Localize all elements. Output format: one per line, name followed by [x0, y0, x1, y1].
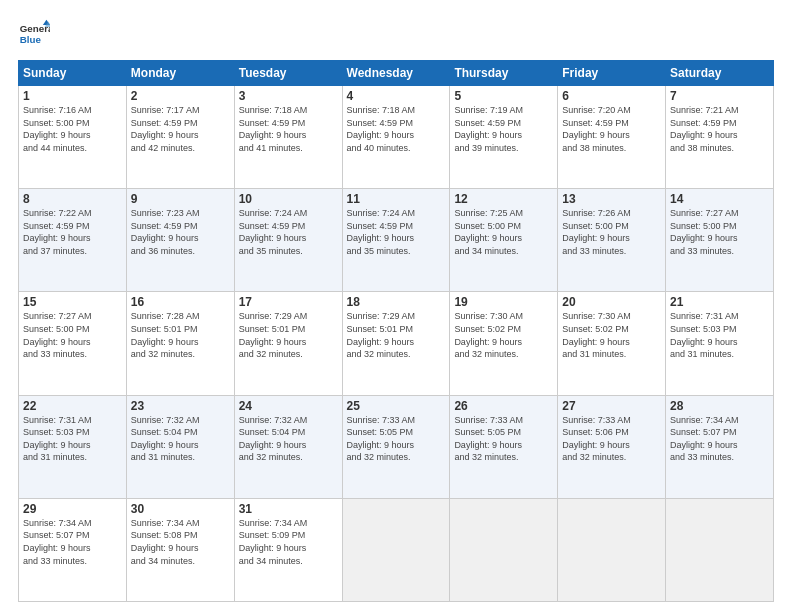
calendar-cell: 7 Sunrise: 7:21 AMSunset: 4:59 PMDayligh… [666, 86, 774, 189]
day-number: 22 [23, 399, 122, 413]
svg-text:Blue: Blue [20, 34, 42, 45]
day-info: Sunrise: 7:34 AMSunset: 5:08 PMDaylight:… [131, 518, 200, 566]
day-info: Sunrise: 7:31 AMSunset: 5:03 PMDaylight:… [670, 311, 739, 359]
day-info: Sunrise: 7:18 AMSunset: 4:59 PMDaylight:… [239, 105, 308, 153]
day-info: Sunrise: 7:25 AMSunset: 5:00 PMDaylight:… [454, 208, 523, 256]
day-info: Sunrise: 7:34 AMSunset: 5:09 PMDaylight:… [239, 518, 308, 566]
day-number: 23 [131, 399, 230, 413]
calendar-week-5: 29 Sunrise: 7:34 AMSunset: 5:07 PMDaylig… [19, 498, 774, 601]
day-info: Sunrise: 7:20 AMSunset: 4:59 PMDaylight:… [562, 105, 631, 153]
calendar-cell: 11 Sunrise: 7:24 AMSunset: 4:59 PMDaylig… [342, 189, 450, 292]
day-number: 9 [131, 192, 230, 206]
day-number: 4 [347, 89, 446, 103]
day-number: 16 [131, 295, 230, 309]
day-info: Sunrise: 7:28 AMSunset: 5:01 PMDaylight:… [131, 311, 200, 359]
day-info: Sunrise: 7:32 AMSunset: 5:04 PMDaylight:… [239, 415, 308, 463]
day-number: 12 [454, 192, 553, 206]
col-header-monday: Monday [126, 61, 234, 86]
day-info: Sunrise: 7:34 AMSunset: 5:07 PMDaylight:… [23, 518, 92, 566]
day-number: 21 [670, 295, 769, 309]
calendar-cell: 2 Sunrise: 7:17 AMSunset: 4:59 PMDayligh… [126, 86, 234, 189]
day-number: 26 [454, 399, 553, 413]
calendar-cell: 6 Sunrise: 7:20 AMSunset: 4:59 PMDayligh… [558, 86, 666, 189]
day-info: Sunrise: 7:29 AMSunset: 5:01 PMDaylight:… [347, 311, 416, 359]
day-number: 28 [670, 399, 769, 413]
calendar-cell: 25 Sunrise: 7:33 AMSunset: 5:05 PMDaylig… [342, 395, 450, 498]
calendar-cell: 12 Sunrise: 7:25 AMSunset: 5:00 PMDaylig… [450, 189, 558, 292]
calendar-cell: 1 Sunrise: 7:16 AMSunset: 5:00 PMDayligh… [19, 86, 127, 189]
calendar-cell: 22 Sunrise: 7:31 AMSunset: 5:03 PMDaylig… [19, 395, 127, 498]
day-number: 30 [131, 502, 230, 516]
calendar-cell: 4 Sunrise: 7:18 AMSunset: 4:59 PMDayligh… [342, 86, 450, 189]
day-number: 2 [131, 89, 230, 103]
calendar-cell: 10 Sunrise: 7:24 AMSunset: 4:59 PMDaylig… [234, 189, 342, 292]
day-info: Sunrise: 7:32 AMSunset: 5:04 PMDaylight:… [131, 415, 200, 463]
day-number: 20 [562, 295, 661, 309]
calendar-cell: 15 Sunrise: 7:27 AMSunset: 5:00 PMDaylig… [19, 292, 127, 395]
calendar-cell: 17 Sunrise: 7:29 AMSunset: 5:01 PMDaylig… [234, 292, 342, 395]
col-header-thursday: Thursday [450, 61, 558, 86]
day-number: 10 [239, 192, 338, 206]
day-number: 14 [670, 192, 769, 206]
day-number: 18 [347, 295, 446, 309]
calendar-cell: 18 Sunrise: 7:29 AMSunset: 5:01 PMDaylig… [342, 292, 450, 395]
calendar-cell: 5 Sunrise: 7:19 AMSunset: 4:59 PMDayligh… [450, 86, 558, 189]
day-info: Sunrise: 7:19 AMSunset: 4:59 PMDaylight:… [454, 105, 523, 153]
day-number: 3 [239, 89, 338, 103]
day-info: Sunrise: 7:34 AMSunset: 5:07 PMDaylight:… [670, 415, 739, 463]
calendar-cell: 31 Sunrise: 7:34 AMSunset: 5:09 PMDaylig… [234, 498, 342, 601]
calendar-week-2: 8 Sunrise: 7:22 AMSunset: 4:59 PMDayligh… [19, 189, 774, 292]
calendar-cell: 8 Sunrise: 7:22 AMSunset: 4:59 PMDayligh… [19, 189, 127, 292]
day-info: Sunrise: 7:26 AMSunset: 5:00 PMDaylight:… [562, 208, 631, 256]
calendar-cell: 3 Sunrise: 7:18 AMSunset: 4:59 PMDayligh… [234, 86, 342, 189]
day-info: Sunrise: 7:16 AMSunset: 5:00 PMDaylight:… [23, 105, 92, 153]
calendar-cell [666, 498, 774, 601]
calendar-cell [558, 498, 666, 601]
day-number: 7 [670, 89, 769, 103]
calendar-week-1: 1 Sunrise: 7:16 AMSunset: 5:00 PMDayligh… [19, 86, 774, 189]
day-info: Sunrise: 7:30 AMSunset: 5:02 PMDaylight:… [454, 311, 523, 359]
calendar-cell: 13 Sunrise: 7:26 AMSunset: 5:00 PMDaylig… [558, 189, 666, 292]
calendar-week-3: 15 Sunrise: 7:27 AMSunset: 5:00 PMDaylig… [19, 292, 774, 395]
calendar-cell [450, 498, 558, 601]
calendar-cell: 27 Sunrise: 7:33 AMSunset: 5:06 PMDaylig… [558, 395, 666, 498]
col-header-wednesday: Wednesday [342, 61, 450, 86]
col-header-saturday: Saturday [666, 61, 774, 86]
page: General Blue SundayMondayTuesdayWednesda… [0, 0, 792, 612]
col-header-friday: Friday [558, 61, 666, 86]
day-number: 29 [23, 502, 122, 516]
calendar-cell: 26 Sunrise: 7:33 AMSunset: 5:05 PMDaylig… [450, 395, 558, 498]
day-number: 11 [347, 192, 446, 206]
day-number: 24 [239, 399, 338, 413]
day-info: Sunrise: 7:21 AMSunset: 4:59 PMDaylight:… [670, 105, 739, 153]
day-info: Sunrise: 7:27 AMSunset: 5:00 PMDaylight:… [23, 311, 92, 359]
day-number: 8 [23, 192, 122, 206]
day-number: 5 [454, 89, 553, 103]
day-number: 25 [347, 399, 446, 413]
day-info: Sunrise: 7:23 AMSunset: 4:59 PMDaylight:… [131, 208, 200, 256]
day-info: Sunrise: 7:17 AMSunset: 4:59 PMDaylight:… [131, 105, 200, 153]
calendar-cell: 23 Sunrise: 7:32 AMSunset: 5:04 PMDaylig… [126, 395, 234, 498]
day-number: 31 [239, 502, 338, 516]
calendar-cell: 9 Sunrise: 7:23 AMSunset: 4:59 PMDayligh… [126, 189, 234, 292]
col-header-sunday: Sunday [19, 61, 127, 86]
day-info: Sunrise: 7:24 AMSunset: 4:59 PMDaylight:… [347, 208, 416, 256]
calendar-cell: 16 Sunrise: 7:28 AMSunset: 5:01 PMDaylig… [126, 292, 234, 395]
day-number: 13 [562, 192, 661, 206]
header: General Blue [18, 18, 774, 50]
calendar-cell: 21 Sunrise: 7:31 AMSunset: 5:03 PMDaylig… [666, 292, 774, 395]
calendar-cell: 20 Sunrise: 7:30 AMSunset: 5:02 PMDaylig… [558, 292, 666, 395]
day-number: 27 [562, 399, 661, 413]
calendar-table: SundayMondayTuesdayWednesdayThursdayFrid… [18, 60, 774, 602]
day-info: Sunrise: 7:30 AMSunset: 5:02 PMDaylight:… [562, 311, 631, 359]
day-info: Sunrise: 7:24 AMSunset: 4:59 PMDaylight:… [239, 208, 308, 256]
calendar-cell: 14 Sunrise: 7:27 AMSunset: 5:00 PMDaylig… [666, 189, 774, 292]
day-info: Sunrise: 7:18 AMSunset: 4:59 PMDaylight:… [347, 105, 416, 153]
day-number: 6 [562, 89, 661, 103]
calendar-week-4: 22 Sunrise: 7:31 AMSunset: 5:03 PMDaylig… [19, 395, 774, 498]
calendar-cell: 24 Sunrise: 7:32 AMSunset: 5:04 PMDaylig… [234, 395, 342, 498]
day-info: Sunrise: 7:33 AMSunset: 5:06 PMDaylight:… [562, 415, 631, 463]
day-number: 17 [239, 295, 338, 309]
day-number: 1 [23, 89, 122, 103]
calendar-cell: 30 Sunrise: 7:34 AMSunset: 5:08 PMDaylig… [126, 498, 234, 601]
